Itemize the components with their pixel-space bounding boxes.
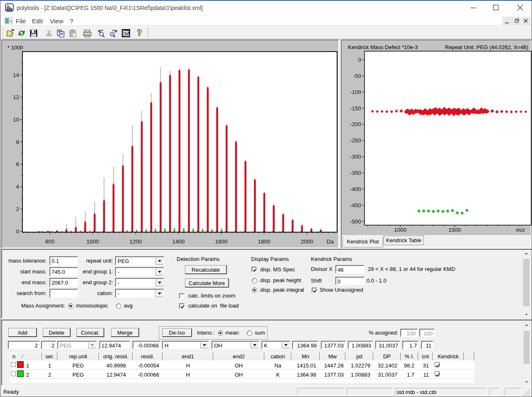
svg-text:0: 0 [358, 57, 361, 63]
svg-text:-300: -300 [350, 154, 361, 160]
svg-text:-450: -450 [350, 202, 361, 208]
svg-text:-400: -400 [350, 186, 361, 192]
svg-text:-100: -100 [350, 89, 361, 95]
svg-text:-500: -500 [350, 218, 361, 225]
svg-text:-250: -250 [350, 137, 361, 144]
svg-text:-200: -200 [350, 121, 361, 127]
svg-text:1000: 1000 [394, 227, 406, 233]
svg-text:-50: -50 [353, 73, 361, 79]
svg-text:-350: -350 [350, 170, 361, 176]
svg-text:m/z: m/z [516, 227, 525, 233]
svg-text:-150: -150 [350, 105, 361, 112]
svg-text:1500: 1500 [448, 227, 461, 233]
